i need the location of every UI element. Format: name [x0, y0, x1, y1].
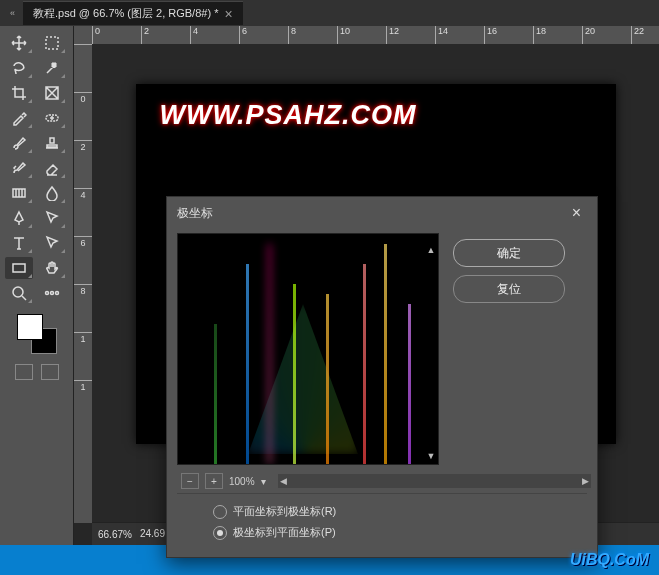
photoshop-window: « 教程.psd @ 66.7% (图层 2, RGB/8#) * ×	[0, 0, 659, 545]
dialog-close-button[interactable]: ×	[566, 202, 587, 224]
direct-select-tool[interactable]	[38, 232, 66, 254]
path-select-tool[interactable]	[38, 207, 66, 229]
radio-icon	[213, 526, 227, 540]
document-tabbar: « 教程.psd @ 66.7% (图层 2, RGB/8#) * ×	[0, 0, 659, 26]
document-tab[interactable]: 教程.psd @ 66.7% (图层 2, RGB/8#) * ×	[23, 1, 243, 25]
ruler-origin[interactable]	[74, 26, 93, 45]
hand-tool[interactable]	[38, 257, 66, 279]
preview-vscroll[interactable]	[423, 245, 439, 461]
stamp-tool[interactable]	[38, 132, 66, 154]
watermark-brand: UiBQ.CoM	[570, 551, 649, 569]
svg-point-5	[46, 292, 49, 295]
toolbox	[0, 26, 74, 545]
standard-mode-button[interactable]	[15, 364, 33, 380]
marquee-tool[interactable]	[38, 32, 66, 54]
healing-tool[interactable]	[38, 107, 66, 129]
zoom-dropdown-icon[interactable]: ▾	[261, 476, 266, 487]
radio-label: 平面坐标到极坐标(R)	[233, 504, 336, 519]
svg-point-4	[13, 287, 23, 297]
more-tools[interactable]	[38, 282, 66, 304]
pen-tool[interactable]	[5, 207, 33, 229]
move-tool[interactable]	[5, 32, 33, 54]
quickmask-mode-button[interactable]	[41, 364, 59, 380]
svg-rect-3	[13, 264, 25, 272]
eraser-tool[interactable]	[38, 157, 66, 179]
tab-title: 教程.psd @ 66.7% (图层 2, RGB/8#) *	[33, 6, 218, 21]
lasso-tool[interactable]	[5, 57, 33, 79]
radio-polar-to-rect[interactable]: 极坐标到平面坐标(P)	[213, 525, 573, 540]
zoom-tool[interactable]	[5, 282, 33, 304]
canvas-text: WWW.PSAHZ.COM	[160, 100, 417, 131]
ruler-horizontal[interactable]: 02468101214161820222426	[92, 26, 659, 45]
tab-close-icon[interactable]: ×	[224, 9, 232, 19]
preview-zoom-value[interactable]: 100%	[229, 476, 255, 487]
blur-tool[interactable]	[38, 182, 66, 204]
rectangle-tool[interactable]	[5, 257, 33, 279]
crop-tool[interactable]	[5, 82, 33, 104]
filter-preview[interactable]	[177, 233, 439, 465]
history-brush-tool[interactable]	[5, 157, 33, 179]
color-swatches[interactable]	[17, 314, 57, 354]
radio-rect-to-polar[interactable]: 平面坐标到极坐标(R)	[213, 504, 573, 519]
dialog-titlebar[interactable]: 极坐标 ×	[167, 197, 597, 229]
ruler-vertical[interactable]: 0246811	[74, 44, 93, 523]
slice-tool[interactable]	[38, 82, 66, 104]
zoom-out-button[interactable]: −	[181, 473, 199, 489]
dialog-title: 极坐标	[177, 205, 213, 222]
brush-tool[interactable]	[5, 132, 33, 154]
polar-coordinates-dialog: 极坐标 × 确定 复位	[166, 196, 598, 558]
reset-button[interactable]: 复位	[453, 275, 565, 303]
eyedropper-tool[interactable]	[5, 107, 33, 129]
svg-point-7	[56, 292, 59, 295]
collapse-panels-icon[interactable]: «	[10, 8, 15, 18]
svg-point-6	[51, 292, 54, 295]
conversion-options: 平面坐标到极坐标(R) 极坐标到平面坐标(P)	[177, 493, 587, 540]
preview-hscroll[interactable]: ◀▶	[278, 474, 591, 488]
radio-icon	[213, 505, 227, 519]
svg-rect-0	[46, 37, 58, 49]
magic-wand-tool[interactable]	[38, 57, 66, 79]
ok-button[interactable]: 确定	[453, 239, 565, 267]
foreground-swatch[interactable]	[17, 314, 43, 340]
zoom-in-button[interactable]: +	[205, 473, 223, 489]
status-zoom[interactable]: 66.67%	[98, 529, 132, 540]
radio-label: 极坐标到平面坐标(P)	[233, 525, 336, 540]
type-tool[interactable]	[5, 232, 33, 254]
gradient-tool[interactable]	[5, 182, 33, 204]
